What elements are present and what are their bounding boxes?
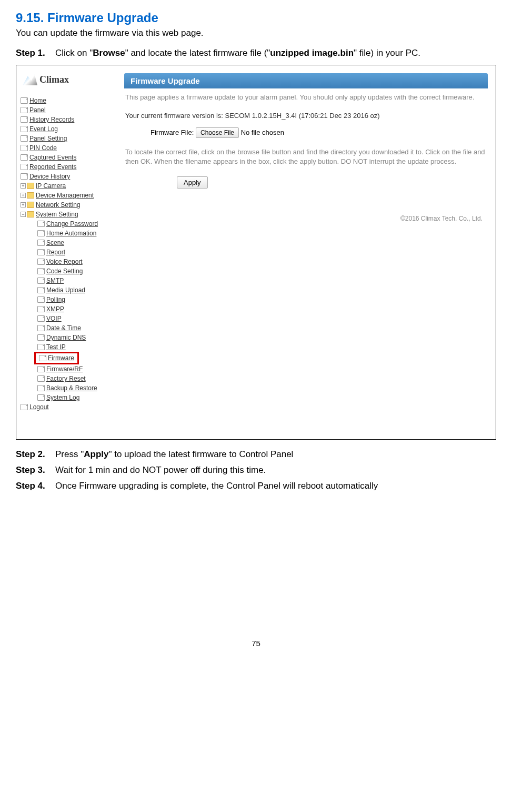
step-1: Step 1. Click on "Browse" and locate the… xyxy=(16,48,496,58)
nav-label: Event Log xyxy=(29,124,58,134)
step-label: Step 4. xyxy=(16,481,55,491)
file-icon xyxy=(37,394,45,401)
sidebar: Climax Home Panel History Records Event … xyxy=(16,65,114,439)
file-icon xyxy=(21,116,28,123)
text: " file) in your PC. xyxy=(354,48,420,58)
step-text: Wait for 1 min and do NOT power off duri… xyxy=(55,465,496,476)
sidebar-item-history[interactable]: History Records xyxy=(18,115,114,124)
sidebar-item-voicereport[interactable]: Voice Report xyxy=(18,257,114,266)
file-icon xyxy=(37,287,45,293)
file-icon xyxy=(37,385,45,391)
step-label: Step 1. xyxy=(16,48,55,58)
sidebar-item-devmgmt[interactable]: +Device Management xyxy=(18,191,114,200)
nav-label: Report xyxy=(46,247,65,257)
folder-icon xyxy=(27,211,34,217)
file-icon xyxy=(37,278,45,284)
nav-label: Captured Events xyxy=(29,153,76,162)
nav-label: SMTP xyxy=(46,276,64,285)
file-row: Firmware File: Choose File No file chose… xyxy=(124,122,488,143)
climax-logo-icon xyxy=(23,74,37,85)
nav-label: Device History xyxy=(29,172,70,181)
sidebar-item-factoryreset[interactable]: Factory Reset xyxy=(18,374,114,383)
sidebar-item-firmwarerf[interactable]: Firmware/RF xyxy=(18,364,114,374)
text-bold: Apply xyxy=(84,449,108,459)
sidebar-item-panel[interactable]: Panel xyxy=(18,105,114,115)
sidebar-item-ipcamera[interactable]: +IP Camera xyxy=(18,181,114,191)
text: " to upload the latest firmware to Contr… xyxy=(108,449,293,459)
file-icon xyxy=(21,97,28,104)
sidebar-item-devicehistory[interactable]: Device History xyxy=(18,172,114,181)
choose-file-button[interactable]: Choose File xyxy=(196,127,239,138)
nav-label: Date & Time xyxy=(46,323,81,333)
nav-label: VOIP xyxy=(46,314,62,323)
nav-label: Factory Reset xyxy=(46,374,86,383)
nav-label: Network Setting xyxy=(36,200,81,210)
file-icon xyxy=(21,154,28,161)
nav-label: Polling xyxy=(46,295,65,304)
nav-label: PIN Code xyxy=(29,143,57,153)
sidebar-item-reported[interactable]: Reported Events xyxy=(18,162,114,172)
firmware-version-text: Your current firmware version is: SECOM … xyxy=(124,106,488,122)
sidebar-item-netsetting[interactable]: +Network Setting xyxy=(18,200,114,210)
nav-label: Panel Setting xyxy=(29,134,67,143)
sidebar-item-pincode[interactable]: PIN Code xyxy=(18,143,114,153)
sidebar-item-home[interactable]: Home xyxy=(18,96,114,105)
folder-icon xyxy=(27,192,34,199)
sidebar-item-datetime[interactable]: Date & Time xyxy=(18,323,114,333)
file-label: Firmware File: xyxy=(150,128,194,136)
sidebar-item-firmware[interactable]: Firmware xyxy=(36,353,74,363)
sidebar-item-changepw[interactable]: Change Password xyxy=(18,219,114,229)
plus-icon[interactable]: + xyxy=(21,193,26,198)
sidebar-item-smtp[interactable]: SMTP xyxy=(18,276,114,285)
content-header: Firmware Upgrade xyxy=(124,73,488,88)
sidebar-item-captured[interactable]: Captured Events xyxy=(18,153,114,162)
file-icon xyxy=(37,366,45,372)
file-icon xyxy=(21,107,28,113)
content-area: Firmware Upgrade This page applies a fir… xyxy=(114,65,496,439)
minus-icon[interactable]: − xyxy=(21,212,26,217)
plus-icon[interactable]: + xyxy=(21,183,26,189)
nav-label: Backup & Restore xyxy=(46,383,97,393)
sidebar-item-xmpp[interactable]: XMPP xyxy=(18,304,114,314)
sidebar-item-codesetting[interactable]: Code Setting xyxy=(18,266,114,276)
sidebar-item-dyndns[interactable]: Dynamic DNS xyxy=(18,333,114,342)
nav-label: Firmware/RF xyxy=(46,364,83,374)
file-icon xyxy=(37,375,45,382)
file-icon xyxy=(21,126,28,132)
sidebar-item-testip[interactable]: Test IP xyxy=(18,342,114,352)
logo-text: Climax xyxy=(39,74,69,85)
nav-label: Change Password xyxy=(46,219,98,229)
page-number: 75 xyxy=(16,639,496,648)
sidebar-item-homeauto[interactable]: Home Automation xyxy=(18,229,114,238)
file-icon xyxy=(37,240,45,246)
folder-icon xyxy=(27,183,34,189)
text-bold: Browse xyxy=(93,48,125,58)
sidebar-item-voip[interactable]: VOIP xyxy=(18,314,114,323)
text: Click on " xyxy=(55,48,93,58)
step-text: Click on "Browse" and locate the latest … xyxy=(55,48,496,58)
nav-label: Panel xyxy=(29,105,46,115)
file-icon xyxy=(37,259,45,265)
text: " and locate the latest firmware file (" xyxy=(125,48,270,58)
sidebar-item-scene[interactable]: Scene xyxy=(18,238,114,247)
plus-icon[interactable]: + xyxy=(21,202,26,207)
sidebar-item-backup[interactable]: Backup & Restore xyxy=(18,383,114,393)
step-2: Step 2. Press "Apply" to upload the late… xyxy=(16,449,496,460)
nav-label: IP Camera xyxy=(36,181,66,191)
sidebar-item-logout[interactable]: Logout xyxy=(18,402,114,412)
logo-area: Climax xyxy=(18,70,114,96)
sidebar-item-report[interactable]: Report xyxy=(18,247,114,257)
instructions-text: To locate the correct file, click on the… xyxy=(124,143,488,171)
sidebar-item-syssetting[interactable]: −System Setting xyxy=(18,210,114,219)
file-icon xyxy=(21,135,28,142)
folder-icon xyxy=(27,202,34,208)
sidebar-item-systemlog[interactable]: System Log xyxy=(18,393,114,402)
sidebar-item-eventlog[interactable]: Event Log xyxy=(18,124,114,134)
apply-button[interactable]: Apply xyxy=(177,176,208,189)
sidebar-item-mediaupload[interactable]: Media Upload xyxy=(18,285,114,295)
sidebar-item-panelsetting[interactable]: Panel Setting xyxy=(18,134,114,143)
step-4: Step 4. Once Firmware upgrading is compl… xyxy=(16,481,496,491)
firmware-highlight-box: Firmware xyxy=(34,352,79,364)
nav-label: System Log xyxy=(46,393,79,402)
sidebar-item-polling[interactable]: Polling xyxy=(18,295,114,304)
